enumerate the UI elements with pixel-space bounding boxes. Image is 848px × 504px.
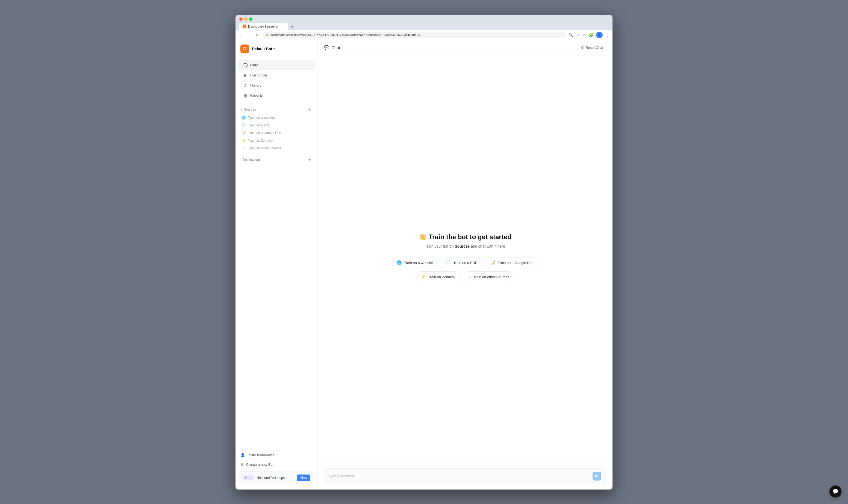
help-badge-number: 1/4 bbox=[248, 476, 252, 480]
close-traffic-light[interactable] bbox=[239, 17, 243, 21]
menu-button[interactable]: ⋮ bbox=[605, 32, 610, 38]
main-title: 💬 Chat bbox=[324, 45, 340, 50]
sidebar-item-label: Reports bbox=[250, 93, 263, 97]
create-new-bot-button[interactable]: ⊞ Create a new Bot bbox=[235, 460, 317, 469]
sidebar-header[interactable]: D Default Bot ▾ bbox=[235, 40, 317, 58]
zendesk-btn-icon: ⚡ bbox=[421, 274, 426, 279]
sparkle-icon: ✦ bbox=[245, 476, 247, 480]
pdf-icon: 📄 bbox=[242, 123, 246, 127]
message-input[interactable] bbox=[329, 474, 590, 478]
footer-item-label: Create a new Bot bbox=[246, 463, 273, 467]
source-website[interactable]: 🌐 Train on a website bbox=[241, 114, 312, 122]
send-button[interactable] bbox=[593, 472, 601, 481]
sidebar-item-history[interactable]: ↺ History bbox=[238, 80, 315, 90]
person-icon: 👤 bbox=[241, 453, 245, 457]
chat-bubble-button[interactable]: 💬 bbox=[829, 485, 842, 498]
forward-button[interactable]: → bbox=[246, 32, 252, 38]
back-button[interactable]: ← bbox=[238, 32, 244, 38]
profile-button[interactable]: 👤 bbox=[596, 32, 603, 38]
source-zendesk[interactable]: ⚡ Train on Zendesk bbox=[241, 137, 312, 144]
destinations-toggle[interactable]: › Destinations bbox=[241, 158, 261, 162]
sidebar-item-chat[interactable]: 💬 Chat bbox=[238, 60, 315, 70]
action-btn-label: Train on a website bbox=[404, 261, 433, 265]
zendesk-icon: ⚡ bbox=[242, 139, 246, 143]
sidebar-nav: 💬 Chat ⊞ Customize ↺ History ▦ Reports bbox=[235, 58, 317, 103]
browser-tab[interactable]: e Dashboard | eesel.ai × bbox=[239, 23, 288, 30]
invite-teammates-button[interactable]: 👤 Invite teammates bbox=[235, 450, 317, 460]
bot-name[interactable]: Default Bot ▾ bbox=[252, 47, 275, 51]
customize-icon: ⊞ bbox=[243, 73, 248, 77]
train-googledoc-button[interactable]: 📝 Train on a Google Doc bbox=[485, 257, 538, 268]
pdf-btn-icon: 📄 bbox=[446, 260, 451, 265]
action-btn-label: Train on other Sources bbox=[473, 275, 509, 279]
train-zendesk-button[interactable]: ⚡ Train on Zendesk bbox=[416, 271, 461, 282]
sources-toggle[interactable]: ∨ Sources bbox=[241, 108, 256, 111]
new-tab-button[interactable]: + bbox=[289, 23, 296, 30]
sidebar-item-reports[interactable]: ▦ Reports bbox=[238, 91, 315, 101]
action-btn-label: Train on a Google Doc bbox=[498, 261, 533, 265]
reload-button[interactable]: ↻ bbox=[254, 32, 260, 38]
sidebar-item-customize[interactable]: ⊞ Customize bbox=[238, 70, 315, 80]
empty-state: 👋 Train the bot to get started Train you… bbox=[391, 233, 539, 286]
source-pdf[interactable]: 📄 Train on a PDF bbox=[241, 122, 312, 129]
sidebar-item-label: Customize bbox=[250, 73, 267, 77]
action-buttons-row-1: 🌐 Train on a website 📄 Train on a PDF 📝 … bbox=[391, 257, 539, 268]
empty-state-subtitle: Train your bot on Sources and chat with … bbox=[391, 244, 539, 249]
train-other-button[interactable]: + Train on other Sources bbox=[464, 271, 515, 282]
destinations-add-button[interactable]: + bbox=[307, 157, 312, 162]
empty-title-text: Train the bot to get started bbox=[429, 233, 511, 240]
chevron-right-icon: › bbox=[241, 158, 242, 162]
extensions-button[interactable]: 🧩 bbox=[588, 32, 594, 38]
wave-emoji: 👋 bbox=[419, 233, 427, 240]
help-badge: ✦ 1/4 bbox=[242, 475, 254, 480]
page-title: Chat bbox=[331, 45, 340, 50]
source-label: Train on a Google Doc bbox=[248, 131, 281, 135]
plus-btn-icon: + bbox=[469, 275, 471, 279]
source-label: Train on a PDF bbox=[248, 123, 270, 127]
extension-button-e[interactable]: e bbox=[583, 32, 586, 38]
zoom-button[interactable]: 🔍 bbox=[568, 32, 574, 38]
help-banner: ✦ 1/4 Help and first steps View bbox=[239, 471, 314, 484]
chevron-right-icon: ∨ bbox=[241, 108, 243, 111]
source-label: Train on Zendesk bbox=[248, 139, 273, 143]
tab-favicon: e bbox=[243, 24, 246, 29]
sidebar-item-label: History bbox=[250, 83, 261, 87]
chat-area: 👋 Train the bot to get started Train you… bbox=[317, 55, 613, 464]
sources-bold: Sources bbox=[455, 244, 470, 249]
gdoc-btn-icon: 📝 bbox=[490, 260, 496, 265]
source-label: Train on a website bbox=[248, 116, 275, 120]
globe-icon: 🌐 bbox=[242, 116, 246, 120]
chat-icon: 💬 bbox=[243, 63, 248, 68]
sidebar-item-label: Chat bbox=[250, 63, 258, 67]
destinations-label: Destinations bbox=[243, 158, 261, 162]
chevron-down-icon: ▾ bbox=[273, 47, 275, 50]
reset-chat-button[interactable]: ↺ Reset Chat bbox=[578, 44, 606, 51]
message-input-wrapper bbox=[324, 468, 606, 484]
tab-close-button[interactable]: × bbox=[281, 24, 285, 29]
minimize-traffic-light[interactable] bbox=[244, 17, 248, 21]
address-bar[interactable]: 🔒 dashboard.eesel.ai/v2/bfe2fd39-11a7-4d… bbox=[262, 32, 566, 38]
action-btn-label: Train on Zendesk bbox=[428, 275, 456, 279]
message-input-area bbox=[317, 464, 613, 489]
bookmark-button[interactable]: ☆ bbox=[576, 32, 581, 38]
history-icon: ↺ bbox=[243, 83, 248, 88]
add-bot-icon: ⊞ bbox=[241, 463, 243, 467]
footer-item-label: Invite teammates bbox=[248, 453, 275, 457]
sources-section: ∨ Sources + 🌐 Train on a website 📄 Train… bbox=[235, 103, 317, 154]
train-pdf-button[interactable]: 📄 Train on a PDF bbox=[441, 257, 482, 268]
empty-state-title: 👋 Train the bot to get started bbox=[391, 233, 539, 241]
tab-title: Dashboard | eesel.ai bbox=[248, 24, 278, 29]
reports-icon: ▦ bbox=[243, 93, 248, 98]
sources-add-button[interactable]: + bbox=[307, 107, 312, 112]
bot-avatar: D bbox=[241, 44, 249, 53]
train-website-button[interactable]: 🌐 Train on a website bbox=[391, 257, 438, 268]
sources-label: Sources bbox=[244, 108, 256, 111]
source-label: Train on other Sources bbox=[248, 146, 281, 150]
gdoc-icon: 📝 bbox=[242, 131, 246, 135]
view-help-button[interactable]: View bbox=[297, 474, 310, 481]
maximize-traffic-light[interactable] bbox=[249, 17, 252, 21]
source-other[interactable]: + Train on other Sources bbox=[241, 144, 312, 152]
chat-header-icon: 💬 bbox=[324, 45, 329, 50]
main-header: 💬 Chat ↺ Reset Chat bbox=[317, 40, 613, 55]
source-googledoc[interactable]: 📝 Train on a Google Doc bbox=[241, 129, 312, 137]
